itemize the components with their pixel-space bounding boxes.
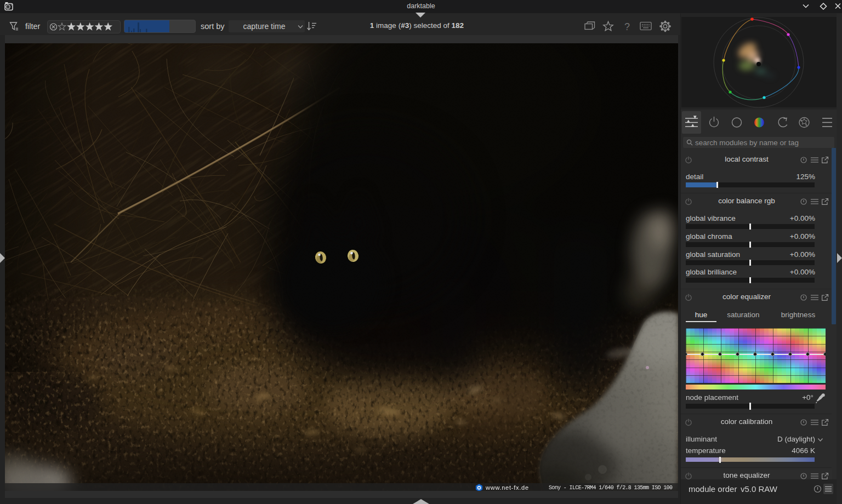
svg-text:?: ? [624, 21, 630, 32]
svg-text:Sony - ILCE-7RM4 1/640 f/2.8 1: Sony - ILCE-7RM4 1/640 f/2.8 135mm ISO 1… [549, 485, 673, 491]
svg-text:www.net-fx.de: www.net-fx.de [485, 484, 528, 491]
